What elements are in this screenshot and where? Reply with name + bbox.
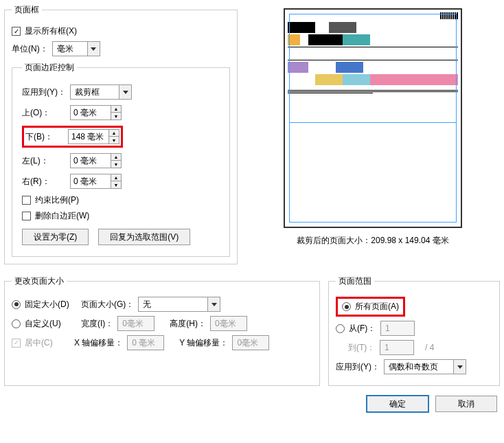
remove-white-checkbox[interactable] (22, 212, 31, 220)
spinner-down-icon[interactable]: ▼ (111, 113, 121, 120)
spinner-up-icon[interactable]: ▲ (111, 106, 121, 113)
page-size-select[interactable]: 无 (138, 297, 220, 312)
bottom-label: 下(B)： (25, 131, 68, 143)
center-checkbox: ✓ (12, 339, 21, 348)
bottom-spinner[interactable]: 148 毫米 ▲▼ (68, 129, 119, 144)
apply-to-label: 应用到(Y)： (22, 87, 70, 98)
preview-size-label: 裁剪后的页面大小：209.98 x 149.04 毫米 (297, 235, 448, 247)
to-label: 到(T)： (348, 342, 376, 354)
spinner-down-icon[interactable]: ▼ (111, 181, 121, 188)
spinner-up-icon[interactable]: ▲ (111, 174, 121, 181)
custom-label: 自定义(U) (25, 318, 77, 330)
from-label: 从(F)： (349, 323, 376, 334)
range-legend: 页面范围 (336, 275, 374, 287)
set-zero-button[interactable]: 设置为零(Z) (22, 229, 89, 245)
from-input: 1 (380, 321, 415, 336)
spinner-down-icon[interactable]: ▼ (111, 161, 121, 168)
all-pages-label: 所有页面(A) (355, 301, 399, 313)
fixed-label: 固定大小(D) (25, 299, 77, 310)
yoff-input: 0毫米 (232, 335, 269, 350)
chevron-down-icon (453, 360, 466, 374)
height-input[interactable]: 0毫米 (210, 316, 247, 331)
chevron-down-icon (207, 297, 220, 311)
total-pages: / 4 (425, 343, 434, 352)
chevron-down-icon (119, 85, 131, 99)
resize-group: 更改页面大小 固定大小(D) 页面大小(G)： 无 自定义(U) 宽度(I)： … (4, 275, 320, 386)
left-label: 左(L)： (22, 155, 70, 167)
spinner-up-icon[interactable]: ▲ (111, 154, 121, 161)
xoff-label: X 轴偏移量： (74, 337, 123, 349)
page-range-group: 页面范围 所有页面(A) 从(F)： 1 到(T)： 1 / 4 应用到(Y)：… (328, 275, 500, 386)
show-all-checkbox[interactable]: ✓ (12, 27, 21, 36)
from-radio[interactable] (336, 324, 345, 333)
page-frame-group: 页面框 ✓ 显示所有框(X) 单位(N)： 毫米 页面边距控制 应用到(Y)： … (4, 4, 238, 264)
fixed-radio[interactable] (12, 300, 21, 309)
to-input: 1 (380, 340, 414, 355)
xoff-input: 0 毫米 (127, 335, 164, 350)
unit-select[interactable]: 毫米 (52, 41, 100, 56)
chevron-down-icon (87, 42, 100, 56)
remove-white-label: 删除白边距(W) (35, 210, 89, 222)
height-label: 高度(H)： (170, 318, 206, 330)
right-label: 右(R)： (22, 176, 70, 188)
spinner-down-icon[interactable]: ▼ (109, 137, 119, 144)
constrain-label: 约束比例(P) (35, 194, 79, 206)
margins-group: 页面边距控制 应用到(Y)： 裁剪框 上(O)： 0 毫米 ▲▼ (12, 62, 230, 257)
constrain-checkbox[interactable] (22, 196, 31, 205)
resize-legend: 更改页面大小 (12, 275, 67, 287)
yoff-label: Y 轴偏移量： (179, 337, 228, 349)
all-pages-radio[interactable] (342, 302, 351, 311)
right-spinner[interactable]: 0 毫米 ▲▼ (70, 174, 122, 189)
custom-radio[interactable] (12, 319, 21, 328)
apply-to-select[interactable]: 裁剪框 (70, 84, 132, 100)
ok-button[interactable]: 确定 (367, 396, 428, 412)
bottom-highlight: 下(B)： 148 毫米 ▲▼ (22, 126, 123, 148)
show-all-label: 显示所有框(X) (25, 25, 77, 37)
width-input[interactable]: 0毫米 (117, 316, 154, 331)
range-apply-select[interactable]: 偶数和奇数页 (384, 359, 466, 374)
revert-button[interactable]: 回复为选取范围(V) (98, 229, 190, 245)
margins-legend: 页面边距控制 (22, 62, 77, 73)
cancel-button[interactable]: 取消 (435, 396, 497, 412)
top-label: 上(O)： (22, 107, 70, 119)
unit-label: 单位(N)： (12, 43, 48, 55)
width-label: 宽度(I)： (81, 318, 113, 330)
page-size-label: 页面大小(G)： (81, 299, 134, 310)
page-preview (284, 8, 462, 228)
left-spinner[interactable]: 0 毫米 ▲▼ (70, 153, 122, 168)
all-pages-highlight: 所有页面(A) (336, 297, 405, 317)
page-frame-legend: 页面框 (12, 4, 42, 16)
spinner-up-icon[interactable]: ▲ (109, 130, 119, 137)
center-label: 居中(C) (25, 337, 70, 349)
range-apply-label: 应用到(Y)： (336, 361, 380, 373)
top-spinner[interactable]: 0 毫米 ▲▼ (70, 105, 122, 120)
